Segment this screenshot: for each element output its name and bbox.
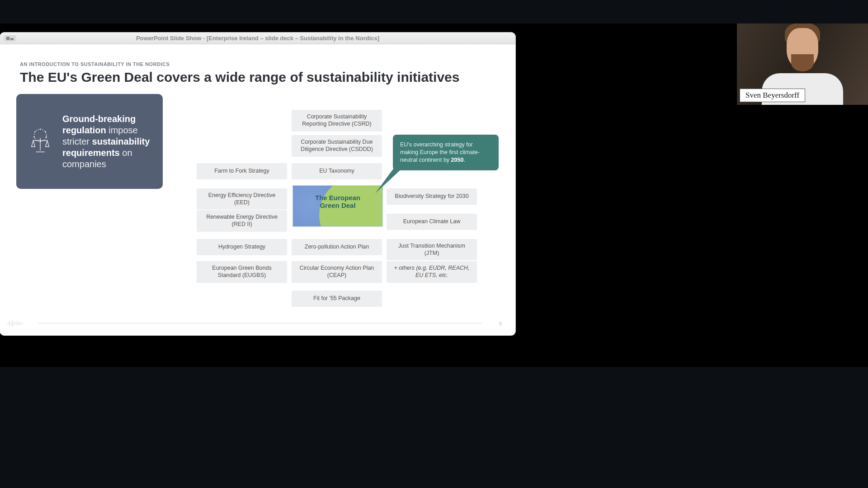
video-stage: PowerPoint Slide Show - [Enterprise Irel… — [0, 23, 868, 367]
callout-bold: 2050 — [451, 157, 464, 163]
item-ceap: Circular Economy Action Plan (CEAP) — [292, 261, 382, 283]
letterbox-top — [0, 0, 868, 23]
item-climate-law: European Climate Law — [387, 214, 477, 230]
item-zero-pollution: Zero-pollution Action Plan — [292, 239, 382, 255]
speaker-name-tag: Sven Beyersdorff — [740, 89, 805, 102]
item-eu-taxonomy: EU Taxonomy — [292, 163, 382, 179]
svg-point-7 — [33, 136, 35, 138]
item-eed: Energy Efficiency Directive (EED) — [197, 188, 287, 210]
green-deal-label: The European Green Deal — [293, 194, 382, 210]
callout-box: EU's overarching strategy for making Eur… — [393, 135, 499, 170]
svg-point-4 — [45, 131, 46, 132]
svg-point-3 — [40, 129, 41, 130]
item-red2: Renewable Energy Directive (RED II) — [197, 210, 287, 232]
scales-stars-icon — [26, 127, 54, 155]
letterbox-bottom — [0, 367, 868, 488]
item-hydrogen: Hydrogen Strategy — [197, 239, 287, 255]
slide-eyebrow: AN INTRODUCTION TO SUSTAINABILITY IN THE… — [20, 61, 170, 67]
green-deal-tile: The European Green Deal — [292, 185, 383, 227]
slide-canvas: AN INTRODUCTION TO SUSTAINABILITY IN THE… — [0, 44, 515, 335]
svg-marker-12 — [375, 163, 402, 193]
window-title: PowerPoint Slide Show - [Enterprise Irel… — [0, 35, 515, 42]
hero-text: Ground-breaking regulation impose strict… — [62, 113, 153, 170]
presentation-window: PowerPoint Slide Show - [Enterprise Irel… — [0, 33, 515, 335]
item-jtm: Just Transition Mechanism (JTM) — [387, 239, 477, 260]
callout-text-a: EU's overarching strategy for making Eur… — [400, 141, 480, 163]
item-eugbs: European Green Bonds Standard (EUGBS) — [197, 261, 287, 283]
callout-text-b: . — [463, 157, 465, 163]
hero-card: Ground-breaking regulation impose strict… — [16, 94, 163, 189]
item-csddd: Corporate Sustainability Due Diligence D… — [292, 135, 382, 157]
callout-pointer-icon — [371, 161, 407, 197]
item-farm-fork: Farm to Fork Strategy — [197, 163, 287, 179]
svg-point-5 — [46, 136, 47, 138]
item-others: + others (e.g. EUDR, REACH, EU ETS, etc. — [387, 261, 477, 283]
item-csrd: Corporate Sustainability Reporting Direc… — [292, 110, 382, 131]
item-fit55: Fit for '55 Package — [292, 291, 382, 307]
window-titlebar: PowerPoint Slide Show - [Enterprise Irel… — [0, 33, 515, 44]
webcam-tile[interactable]: Sven Beyersdorff — [737, 23, 868, 105]
slide-headline: The EU's Green Deal covers a wide range … — [20, 70, 459, 85]
audio-wave-icon — [7, 319, 30, 327]
slide-page-number: 5 — [499, 321, 502, 326]
slide-footer-rule — [38, 323, 482, 324]
svg-point-6 — [34, 131, 36, 132]
